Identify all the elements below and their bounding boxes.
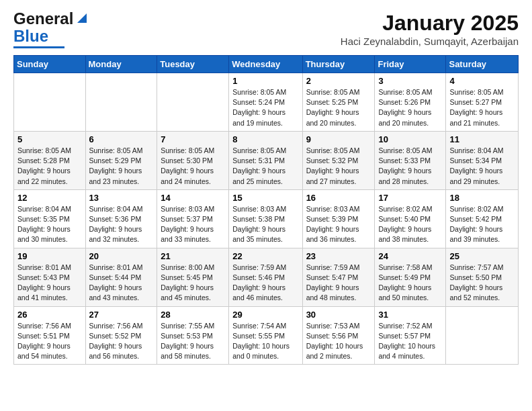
calendar-cell: 22Sunrise: 7:59 AM Sunset: 5:46 PM Dayli…	[229, 248, 302, 306]
calendar-cell: 11Sunrise: 8:04 AM Sunset: 5:34 PM Dayli…	[446, 131, 519, 189]
calendar-week-row: 12Sunrise: 8:04 AM Sunset: 5:35 PM Dayli…	[14, 189, 519, 248]
calendar-cell: 9Sunrise: 8:05 AM Sunset: 5:32 PM Daylig…	[302, 131, 375, 189]
calendar-cell: 27Sunrise: 7:56 AM Sunset: 5:52 PM Dayli…	[85, 306, 157, 365]
day-info: Sunrise: 7:54 AM Sunset: 5:55 PM Dayligh…	[232, 321, 298, 362]
day-number: 31	[378, 310, 442, 320]
day-number: 1	[232, 76, 298, 86]
calendar-cell: 15Sunrise: 8:03 AM Sunset: 5:38 PM Dayli…	[229, 189, 302, 248]
day-number: 18	[449, 193, 515, 203]
calendar-cell: 10Sunrise: 8:05 AM Sunset: 5:33 PM Dayli…	[375, 131, 446, 189]
header-wednesday: Wednesday	[229, 56, 302, 73]
calendar-title: January 2025	[341, 11, 519, 36]
day-info: Sunrise: 8:05 AM Sunset: 5:24 PM Dayligh…	[232, 87, 298, 128]
logo-triangle-icon	[75, 11, 89, 26]
day-info: Sunrise: 8:05 AM Sunset: 5:33 PM Dayligh…	[378, 146, 442, 187]
calendar-table: Sunday Monday Tuesday Wednesday Thursday…	[13, 55, 519, 365]
day-number: 5	[17, 134, 82, 144]
day-info: Sunrise: 8:04 AM Sunset: 5:35 PM Dayligh…	[17, 204, 82, 245]
day-info: Sunrise: 8:03 AM Sunset: 5:37 PM Dayligh…	[161, 204, 225, 245]
logo-underline	[13, 46, 64, 48]
calendar-cell: 20Sunrise: 8:01 AM Sunset: 5:44 PM Dayli…	[85, 248, 157, 306]
calendar-cell: 18Sunrise: 8:02 AM Sunset: 5:42 PM Dayli…	[446, 189, 519, 248]
calendar-week-row: 26Sunrise: 7:56 AM Sunset: 5:51 PM Dayli…	[14, 306, 519, 365]
day-info: Sunrise: 7:52 AM Sunset: 5:57 PM Dayligh…	[378, 321, 442, 362]
day-number: 2	[306, 76, 371, 86]
day-info: Sunrise: 8:01 AM Sunset: 5:44 PM Dayligh…	[89, 263, 154, 304]
day-number: 3	[378, 76, 442, 86]
page: General Blue January 2025 Haci Zeynalabd…	[0, 0, 532, 375]
calendar-cell: 19Sunrise: 8:01 AM Sunset: 5:43 PM Dayli…	[14, 248, 86, 306]
calendar-week-row: 5Sunrise: 8:05 AM Sunset: 5:28 PM Daylig…	[14, 131, 519, 189]
day-number: 11	[449, 134, 515, 144]
calendar-cell: 17Sunrise: 8:02 AM Sunset: 5:40 PM Dayli…	[375, 189, 446, 248]
day-number: 16	[306, 193, 371, 203]
day-number: 22	[232, 251, 298, 261]
day-info: Sunrise: 7:56 AM Sunset: 5:51 PM Dayligh…	[17, 321, 82, 362]
day-info: Sunrise: 7:56 AM Sunset: 5:52 PM Dayligh…	[89, 321, 154, 362]
calendar-cell	[85, 73, 157, 132]
calendar-cell: 31Sunrise: 7:52 AM Sunset: 5:57 PM Dayli…	[375, 306, 446, 365]
day-number: 23	[306, 251, 371, 261]
day-number: 17	[378, 193, 442, 203]
calendar-cell: 3Sunrise: 8:05 AM Sunset: 5:26 PM Daylig…	[375, 73, 446, 132]
day-number: 14	[161, 193, 225, 203]
day-info: Sunrise: 8:05 AM Sunset: 5:29 PM Dayligh…	[89, 146, 154, 187]
day-info: Sunrise: 8:05 AM Sunset: 5:27 PM Dayligh…	[449, 87, 515, 128]
calendar-cell: 12Sunrise: 8:04 AM Sunset: 5:35 PM Dayli…	[14, 189, 86, 248]
calendar-cell: 4Sunrise: 8:05 AM Sunset: 5:27 PM Daylig…	[446, 73, 519, 132]
calendar-week-row: 1Sunrise: 8:05 AM Sunset: 5:24 PM Daylig…	[14, 73, 519, 132]
calendar-cell: 13Sunrise: 8:04 AM Sunset: 5:36 PM Dayli…	[85, 189, 157, 248]
day-info: Sunrise: 8:05 AM Sunset: 5:25 PM Dayligh…	[306, 87, 371, 128]
day-number: 24	[378, 251, 442, 261]
day-info: Sunrise: 8:00 AM Sunset: 5:45 PM Dayligh…	[161, 263, 225, 304]
calendar-cell	[14, 73, 86, 132]
header-tuesday: Tuesday	[157, 56, 229, 73]
day-info: Sunrise: 7:59 AM Sunset: 5:47 PM Dayligh…	[306, 263, 371, 304]
day-info: Sunrise: 7:57 AM Sunset: 5:50 PM Dayligh…	[449, 263, 515, 304]
calendar-subtitle: Haci Zeynalabdin, Sumqayit, Azerbaijan	[341, 36, 519, 47]
calendar-cell: 29Sunrise: 7:54 AM Sunset: 5:55 PM Dayli…	[229, 306, 302, 365]
calendar-cell: 5Sunrise: 8:05 AM Sunset: 5:28 PM Daylig…	[14, 131, 86, 189]
calendar-cell: 14Sunrise: 8:03 AM Sunset: 5:37 PM Dayli…	[157, 189, 229, 248]
day-number: 30	[306, 310, 371, 320]
calendar-cell: 6Sunrise: 8:05 AM Sunset: 5:29 PM Daylig…	[85, 131, 157, 189]
day-number: 19	[17, 251, 82, 261]
calendar-cell: 25Sunrise: 7:57 AM Sunset: 5:50 PM Dayli…	[446, 248, 519, 306]
day-info: Sunrise: 8:01 AM Sunset: 5:43 PM Dayligh…	[17, 263, 82, 304]
calendar-cell: 2Sunrise: 8:05 AM Sunset: 5:25 PM Daylig…	[302, 73, 375, 132]
day-info: Sunrise: 8:03 AM Sunset: 5:38 PM Dayligh…	[232, 204, 298, 245]
calendar-cell: 28Sunrise: 7:55 AM Sunset: 5:53 PM Dayli…	[157, 306, 229, 365]
day-number: 29	[232, 310, 298, 320]
logo-blue: Blue	[13, 27, 48, 46]
header-friday: Friday	[375, 56, 446, 73]
day-number: 6	[89, 134, 154, 144]
logo-general: General	[13, 11, 73, 27]
day-info: Sunrise: 8:05 AM Sunset: 5:30 PM Dayligh…	[161, 146, 225, 187]
calendar-cell: 23Sunrise: 7:59 AM Sunset: 5:47 PM Dayli…	[302, 248, 375, 306]
day-number: 7	[161, 134, 225, 144]
calendar-cell: 24Sunrise: 7:58 AM Sunset: 5:49 PM Dayli…	[375, 248, 446, 306]
day-info: Sunrise: 8:02 AM Sunset: 5:42 PM Dayligh…	[449, 204, 515, 245]
calendar-cell: 30Sunrise: 7:53 AM Sunset: 5:56 PM Dayli…	[302, 306, 375, 365]
title-block: January 2025 Haci Zeynalabdin, Sumqayit,…	[341, 11, 519, 47]
logo: General Blue	[13, 11, 89, 48]
day-info: Sunrise: 8:05 AM Sunset: 5:32 PM Dayligh…	[306, 146, 371, 187]
calendar-cell: 16Sunrise: 8:03 AM Sunset: 5:39 PM Dayli…	[302, 189, 375, 248]
calendar-cell: 7Sunrise: 8:05 AM Sunset: 5:30 PM Daylig…	[157, 131, 229, 189]
day-number: 13	[89, 193, 154, 203]
day-info: Sunrise: 8:04 AM Sunset: 5:36 PM Dayligh…	[89, 204, 154, 245]
day-number: 12	[17, 193, 82, 203]
day-number: 20	[89, 251, 154, 261]
calendar-cell: 26Sunrise: 7:56 AM Sunset: 5:51 PM Dayli…	[14, 306, 86, 365]
svg-marker-0	[77, 13, 87, 23]
day-number: 25	[449, 251, 515, 261]
header-monday: Monday	[85, 56, 157, 73]
day-number: 26	[17, 310, 82, 320]
day-number: 8	[232, 134, 298, 144]
day-number: 27	[89, 310, 154, 320]
day-info: Sunrise: 8:05 AM Sunset: 5:31 PM Dayligh…	[232, 146, 298, 187]
day-number: 28	[161, 310, 225, 320]
day-number: 15	[232, 193, 298, 203]
day-number: 10	[378, 134, 442, 144]
header-thursday: Thursday	[302, 56, 375, 73]
